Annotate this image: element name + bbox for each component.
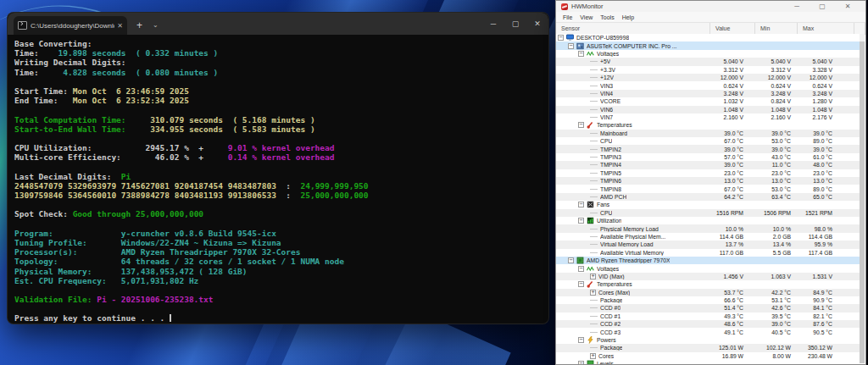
terminal-line <box>14 134 548 143</box>
terminal-cursor <box>170 314 171 322</box>
sensor-max: 114.4 GB <box>798 234 854 240</box>
sensor-row[interactable]: Mainboard39.0 °C39.0 °C39.0 °C <box>556 130 860 137</box>
collapse-expander-icon[interactable]: − <box>578 281 584 287</box>
collapse-expander-icon[interactable]: − <box>578 202 584 207</box>
sensor-row[interactable]: Package125.01 W102.12 W350.12 W <box>556 344 860 351</box>
sensor-row[interactable]: +3.3V3.312 V3.312 V3.328 V <box>556 66 860 74</box>
sensor-value: 12.000 V <box>710 75 755 80</box>
sensor-row[interactable]: CCD #248.6 °C39.0 °C87.6 °C <box>556 320 860 328</box>
collapse-expander-icon[interactable]: − <box>578 122 584 128</box>
menu-view[interactable]: View <box>580 14 593 20</box>
minimize-button[interactable]: ─ <box>482 13 504 35</box>
sensor-row[interactable]: Available Virtual Memory117.0 GB5.5 GB11… <box>556 249 860 257</box>
sensor-row[interactable]: Physical Memory Load10.0 %10.0 %98.0 % <box>556 224 860 232</box>
sensor-row[interactable]: TMPIN439.0 °C11.0 °C48.0 °C <box>556 161 860 169</box>
sensor-row[interactable]: CPU1516 RPM1506 RPM1521 RPM <box>556 209 860 217</box>
expand-expander-icon[interactable]: + <box>590 353 596 359</box>
sensor-row[interactable]: AMD PCH64.2 °C63.4 °C65.0 °C <box>556 193 860 201</box>
sensor-row[interactable]: +Cores16.89 W8.00 W230.48 W <box>556 352 860 360</box>
sensor-row[interactable]: TMPIN867.0 °C53.0 °C89.0 °C <box>556 185 860 192</box>
collapse-expander-icon[interactable]: − <box>578 51 584 57</box>
sensor-cell: AMD PCH <box>556 194 710 200</box>
column-header-sensor[interactable]: Sensor <box>556 23 710 34</box>
sensor-row[interactable]: +Cores (Max)53.7 °C42.2 °C84.9 °C <box>556 289 860 296</box>
sensor-row[interactable]: TMPIN613.0 °C13.0 °C13.0 °C <box>556 177 860 185</box>
sensor-cell: −Temperatures <box>556 280 710 288</box>
sensor-row[interactable]: Package66.6 °C53.1 °C90.9 °C <box>556 296 860 304</box>
collapse-expander-icon[interactable]: − <box>568 257 574 263</box>
sensor-row[interactable]: VIN61.048 V1.048 V1.048 V <box>556 106 860 113</box>
collapse-expander-icon[interactable]: − <box>578 218 584 224</box>
sensor-row[interactable]: VIN30.624 V0.624 V0.624 V <box>556 81 860 89</box>
sensor-cell: VIN6 <box>556 107 710 113</box>
expand-expander-icon[interactable]: + <box>590 274 596 279</box>
sensor-row[interactable]: −DESKTOP-U859998 <box>556 34 860 41</box>
collapse-expander-icon[interactable]: − <box>578 266 584 272</box>
sensor-row[interactable]: −Voltages <box>556 50 860 58</box>
sensor-row[interactable]: +5V5.040 V5.040 V5.040 V <box>556 58 860 65</box>
sensor-table-header[interactable]: Sensor Value Min Max <box>556 23 865 35</box>
sensor-row[interactable]: VIN72.160 V2.160 V2.176 V <box>556 113 860 121</box>
sensor-min: 42.6 °C <box>755 305 798 311</box>
terminal-tab[interactable]: C:\Users\ddougherty\Downlo ✕ <box>14 16 127 35</box>
sensor-row[interactable]: CCD #149.3 °C39.5 °C82.1 °C <box>556 312 860 320</box>
sensor-max: 98.0 % <box>798 226 854 232</box>
terminal-text-segment <box>126 115 151 124</box>
maximize-button[interactable]: ▢ <box>504 13 526 35</box>
sensor-row[interactable]: CPU67.0 °C53.0 °C89.0 °C <box>556 137 860 145</box>
terminal-text-segment: Mon Oct 6 23:52:34 2025 <box>73 96 189 105</box>
tree-connector <box>590 316 598 317</box>
sensor-row[interactable]: VIN43.248 V3.248 V3.248 V <box>556 90 860 97</box>
terminal-output[interactable]: Base Converting:Time: 19.898 seconds ( 0… <box>8 35 548 324</box>
menu-tools[interactable]: Tools <box>600 14 614 20</box>
sensor-row[interactable]: −AMD Ryzen Threadripper 7970X <box>556 257 860 264</box>
sensor-row[interactable]: CCD #349.1 °C40.5 °C90.5 °C <box>556 328 860 335</box>
sensor-row[interactable]: −Utilization <box>556 217 860 224</box>
collapse-expander-icon[interactable]: − <box>568 43 574 49</box>
tab-dropdown-icon[interactable]: ⌄ <box>153 16 159 35</box>
sensor-tree-list[interactable]: −DESKTOP-U859998−ASUSTeK COMPUTER INC. P… <box>556 34 860 364</box>
sensor-cell: CCD #1 <box>556 313 710 319</box>
sensor-cell: +VID (Max) <box>556 274 710 279</box>
sensor-cell: −Voltages <box>556 50 710 58</box>
sensor-row[interactable]: −Temperatures <box>556 280 860 288</box>
collapse-expander-icon[interactable]: − <box>558 35 564 41</box>
scrollbar-thumb[interactable] <box>860 41 865 363</box>
sensor-cell: +5V <box>556 58 710 64</box>
column-header-min[interactable]: Min <box>755 23 798 34</box>
sensor-row[interactable]: +VID (Max)1.456 V1.063 V1.531 V <box>556 273 860 280</box>
sensor-min: 63.4 °C <box>755 194 798 200</box>
expand-expander-icon[interactable]: + <box>590 290 596 296</box>
vertical-scrollbar[interactable] <box>860 34 865 363</box>
sensor-row[interactable]: Available Physical Mem...114.4 GB2.0 GB1… <box>556 233 860 241</box>
sensor-row[interactable]: −ASUSTeK COMPUTER INC. Pro ... <box>556 41 860 49</box>
tree-connector <box>590 189 598 190</box>
sensor-row[interactable]: TMPIN357.0 °C43.0 °C61.0 °C <box>556 153 860 161</box>
column-header-max[interactable]: Max <box>798 23 854 34</box>
sensor-row[interactable]: TMPIN523.0 °C23.0 °C23.0 °C <box>556 169 860 177</box>
sensor-row[interactable]: VCORE1.032 V0.824 V1.280 V <box>556 97 860 105</box>
sensor-row[interactable]: −Powers <box>556 336 860 344</box>
sensor-row[interactable]: CCD #051.4 °C42.6 °C84.1 °C <box>556 304 860 312</box>
terminal-titlebar[interactable]: C:\Users\ddougherty\Downlo ✕ + ⌄ ─ ▢ ✕ <box>8 13 548 35</box>
sensor-row[interactable]: +12V12.000 V12.000 V12.000 V <box>556 74 860 81</box>
close-button[interactable]: ✕ <box>835 1 860 12</box>
collapse-expander-icon[interactable]: − <box>578 361 584 364</box>
menu-help[interactable]: Help <box>622 14 634 20</box>
new-tab-button[interactable]: + <box>136 16 142 35</box>
sensor-row[interactable]: −Temperatures <box>556 121 860 129</box>
hwmonitor-titlebar[interactable]: HWMonitor ─ ▢ ✕ <box>556 1 865 12</box>
sensor-row[interactable]: Virtual Memory Load13.7 %13.4 %95.9 % <box>556 241 860 248</box>
collapse-expander-icon[interactable]: − <box>578 337 584 343</box>
tab-close-icon[interactable]: ✕ <box>117 22 123 30</box>
menu-file[interactable]: File <box>563 14 572 20</box>
minimize-button[interactable]: ─ <box>784 1 810 12</box>
sensor-row[interactable]: −Levels <box>556 360 860 364</box>
terminal-text-segment: : <box>276 181 301 191</box>
sensor-row[interactable]: TMPIN239.0 °C39.0 °C39.0 °C <box>556 145 860 152</box>
close-button[interactable]: ✕ <box>526 13 548 35</box>
maximize-button[interactable]: ▢ <box>810 1 835 12</box>
column-header-value[interactable]: Value <box>710 23 755 34</box>
sensor-row[interactable]: −Fans <box>556 201 860 208</box>
sensor-row[interactable]: −Voltages <box>556 264 860 272</box>
